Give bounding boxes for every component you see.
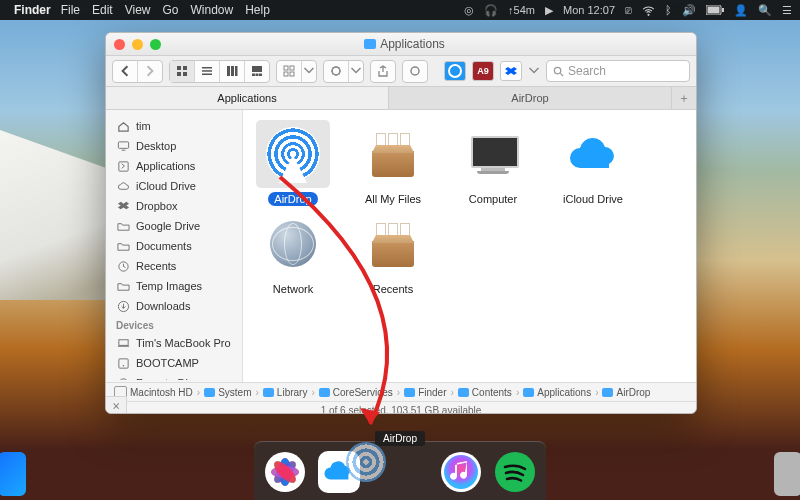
- svg-rect-16: [259, 74, 262, 77]
- menu-go[interactable]: Go: [163, 3, 179, 17]
- finder-item-network[interactable]: Network: [247, 210, 339, 296]
- menubar-volume-icon[interactable]: 🔊: [682, 4, 696, 17]
- menu-window[interactable]: Window: [191, 3, 234, 17]
- dock-app-itunes[interactable]: [440, 451, 482, 493]
- sidebar-item-downloads[interactable]: Downloads: [106, 296, 242, 316]
- tab-new-button[interactable]: ＋: [672, 87, 696, 109]
- menu-help[interactable]: Help: [245, 3, 270, 17]
- view-icon-button[interactable]: [170, 61, 194, 82]
- menubar-spotlight-icon[interactable]: 🔍: [758, 4, 772, 17]
- share-button[interactable]: [371, 61, 395, 82]
- download-icon: [116, 299, 130, 313]
- view-gallery-button[interactable]: [244, 61, 269, 82]
- view-column-button[interactable]: [219, 61, 244, 82]
- menubar-battery-icon[interactable]: [706, 5, 724, 15]
- pathbar-segment[interactable]: CoreServices: [319, 387, 393, 398]
- action-button[interactable]: [324, 61, 348, 82]
- menu-edit[interactable]: Edit: [92, 3, 113, 17]
- finder-item-computer[interactable]: Computer: [447, 120, 539, 206]
- finder-pathbar[interactable]: Macintosh HD›System›Library›CoreServices…: [106, 382, 696, 401]
- view-list-button[interactable]: [194, 61, 219, 82]
- finder-content-area[interactable]: AirDropAll My FilesComputeriCloud DriveN…: [243, 110, 696, 382]
- menu-view[interactable]: View: [125, 3, 151, 17]
- dock-area: AirDrop: [0, 446, 800, 500]
- dock-hover-label: AirDrop: [375, 431, 425, 446]
- pathbar-segment-label: System: [218, 387, 251, 398]
- arrange-dropdown[interactable]: [301, 61, 316, 82]
- action-dropdown[interactable]: [348, 61, 363, 82]
- menubar-app-name[interactable]: Finder: [14, 3, 51, 17]
- finder-item-icloud-drive[interactable]: iCloud Drive: [547, 120, 639, 206]
- sidebar-item-remote-disc[interactable]: Remote Disc: [106, 373, 242, 380]
- menubar-bluetooth-icon[interactable]: ᛒ: [665, 4, 672, 16]
- finder-item-airdrop[interactable]: AirDrop: [247, 120, 339, 206]
- pathbar-chevron-icon: ›: [595, 387, 598, 398]
- dock-app-spotify[interactable]: [494, 451, 536, 493]
- pathbar-segment[interactable]: Library: [263, 387, 308, 398]
- dropbox-dropdown[interactable]: [528, 61, 540, 82]
- dragged-airdrop-icon[interactable]: [346, 442, 386, 482]
- sidebar-item-label: Applications: [136, 160, 195, 172]
- menubar-play-icon[interactable]: ▶: [545, 4, 553, 17]
- sidebar-item-dropbox[interactable]: Dropbox: [106, 196, 242, 216]
- window-title: Applications: [161, 37, 648, 51]
- sidebar-item-documents[interactable]: Documents: [106, 236, 242, 256]
- pathbar-segment[interactable]: Contents: [458, 387, 512, 398]
- tab-airdrop[interactable]: AirDrop: [389, 87, 672, 109]
- menubar-headphones-icon[interactable]: 🎧: [484, 4, 498, 17]
- dropbox-toolbar-icon[interactable]: [500, 61, 522, 81]
- menubar-uptime[interactable]: ↑ 54m: [508, 4, 535, 16]
- search-icon: [553, 66, 564, 77]
- cloud-icon: [556, 120, 630, 188]
- sidebar-item-label: Temp Images: [136, 280, 202, 292]
- finder-item-label: All My Files: [359, 192, 427, 206]
- menu-file[interactable]: File: [61, 3, 80, 17]
- search-field[interactable]: Search: [546, 60, 690, 82]
- menubar-screen-icon[interactable]: ⎚: [625, 4, 632, 16]
- pathbar-segment[interactable]: Finder: [404, 387, 446, 398]
- menubar-notification-icon[interactable]: ☰: [782, 4, 792, 17]
- dock-app-photos[interactable]: [264, 451, 306, 493]
- sidebar-item-tim-s-macbook-pro[interactable]: Tim's MacBook Pro: [106, 333, 242, 353]
- pathbar-segment[interactable]: AirDrop: [602, 387, 650, 398]
- arrange-button[interactable]: [277, 61, 301, 82]
- sidebar-item-google-drive[interactable]: Google Drive: [106, 216, 242, 236]
- sidebar-item-bootcamp[interactable]: BOOTCAMP: [106, 353, 242, 373]
- menubar-wifi-icon[interactable]: [642, 4, 655, 17]
- sidebar-item-tim[interactable]: tim: [106, 116, 242, 136]
- pathbar-segment[interactable]: Applications: [523, 387, 591, 398]
- sidebar-item-applications[interactable]: Applications: [106, 156, 242, 176]
- pathbar-segment-label: Contents: [472, 387, 512, 398]
- window-zoom-button[interactable]: [150, 39, 161, 50]
- onepassword-icon[interactable]: [444, 61, 466, 81]
- pathbar-chevron-icon: ›: [451, 387, 454, 398]
- dock: AirDrop: [254, 441, 546, 500]
- sidebar-item-temp-images[interactable]: Temp Images: [106, 276, 242, 296]
- network-icon: [256, 210, 330, 278]
- sidebar-item-desktop[interactable]: Desktop: [106, 136, 242, 156]
- finder-item-recents[interactable]: Recents: [347, 210, 439, 296]
- sidebar-collapse-button[interactable]: ⨯: [106, 396, 127, 413]
- folder-icon: [602, 388, 613, 397]
- svg-rect-12: [235, 66, 238, 76]
- pathbar-segment[interactable]: System: [204, 387, 251, 398]
- a91-icon[interactable]: A9: [472, 61, 494, 81]
- menubar-user-icon[interactable]: 👤: [734, 4, 748, 17]
- finder-item-all-my-files[interactable]: All My Files: [347, 120, 439, 206]
- tab-applications[interactable]: Applications: [106, 87, 389, 109]
- sidebar-item-icloud-drive[interactable]: iCloud Drive: [106, 176, 242, 196]
- nav-forward-button[interactable]: [137, 61, 162, 82]
- window-minimize-button[interactable]: [132, 39, 143, 50]
- menubar-extra-icon[interactable]: ◎: [464, 4, 474, 17]
- svg-point-23: [554, 67, 560, 73]
- dropbox-icon: [116, 199, 130, 213]
- nav-back-button[interactable]: [113, 61, 137, 82]
- menubar-clock[interactable]: Mon 12:07: [563, 4, 615, 16]
- window-close-button[interactable]: [114, 39, 125, 50]
- tags-button[interactable]: [403, 61, 427, 82]
- svg-rect-17: [284, 66, 288, 70]
- sidebar-item-label: iCloud Drive: [136, 180, 196, 192]
- sidebar-item-recents[interactable]: Recents: [106, 256, 242, 276]
- finder-window: Applications: [105, 32, 697, 414]
- window-titlebar[interactable]: Applications: [106, 33, 696, 56]
